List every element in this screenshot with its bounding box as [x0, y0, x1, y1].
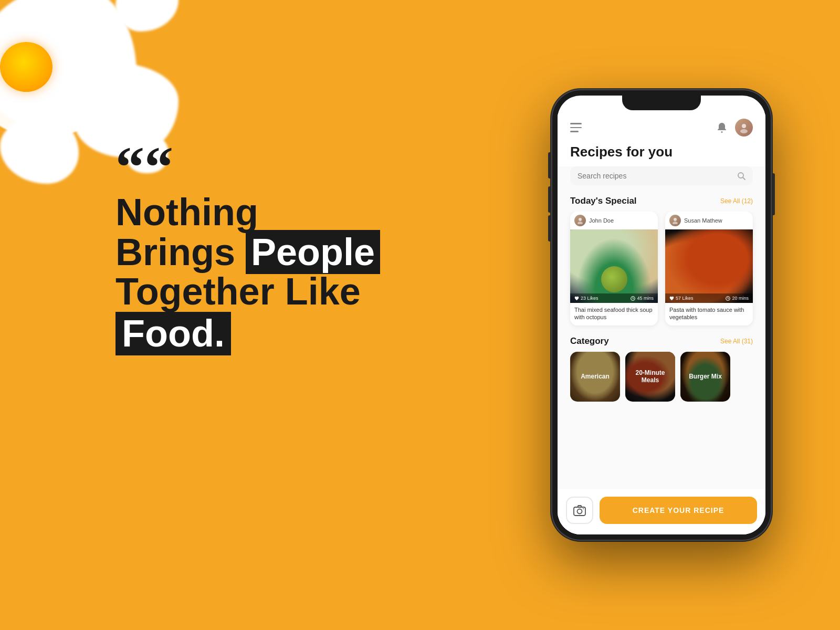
- author-row-2: Susan Mathew: [665, 212, 753, 229]
- topbar-right: [715, 119, 753, 136]
- category-title: Category: [570, 336, 609, 346]
- app-topbar: [558, 110, 765, 142]
- svg-point-17: [583, 508, 584, 509]
- category-header: Category See All (31): [558, 334, 765, 352]
- recipe-overlay-2: 57 Likes 20 mins: [665, 293, 753, 303]
- likes-stat-2: 57 Likes: [669, 296, 694, 301]
- author-avatar-1: [574, 215, 586, 226]
- likes-count-1: 23 Likes: [581, 296, 598, 301]
- recipe-overlay-1: 23 Likes 45 mins: [570, 293, 658, 303]
- todays-special-header: Today's Special See All (12): [558, 194, 765, 212]
- recipe-card-1[interactable]: John Doe 23 Likes: [570, 212, 658, 326]
- food-visual-2: [665, 229, 753, 303]
- time-stat-1: 45 mins: [631, 296, 654, 301]
- likes-stat-1: 23 Likes: [574, 296, 598, 301]
- recipe-card-2[interactable]: Susan Mathew 57 Likes: [665, 212, 753, 326]
- recipe-name-2: Pasta with tomato sauce with vegetables: [665, 303, 753, 326]
- see-all-category[interactable]: See All (31): [720, 338, 753, 345]
- author-name-1: John Doe: [589, 217, 614, 224]
- menu-button[interactable]: [570, 123, 582, 132]
- quote-line-2: Brings People: [116, 233, 388, 272]
- recipe-image-1: 23 Likes 45 mins: [570, 229, 658, 303]
- svg-point-10: [674, 218, 677, 221]
- brings-text: Brings: [116, 231, 235, 273]
- svg-line-9: [633, 298, 634, 299]
- recipes-row: John Doe 23 Likes: [558, 212, 765, 334]
- people-highlight: People: [246, 230, 380, 274]
- svg-point-11: [673, 222, 678, 224]
- svg-line-14: [728, 298, 729, 299]
- quote-line-4: Food.: [116, 312, 388, 356]
- category-card-burger[interactable]: Burger Mix: [680, 352, 730, 402]
- time-value-1: 45 mins: [637, 296, 654, 301]
- category-card-20min[interactable]: 20-Minute Meals: [625, 352, 675, 402]
- app-content: Recipes for you Today's Special See All …: [558, 110, 765, 534]
- quote-line-1: Nothing: [116, 193, 388, 233]
- category-label-20min: 20-Minute Meals: [625, 352, 675, 402]
- hamburger-line-3: [570, 131, 579, 132]
- author-avatar-2: [669, 215, 681, 226]
- quote-line-3: Together Like: [116, 272, 388, 312]
- hamburger-line-1: [570, 123, 582, 124]
- author-name-2: Susan Mathew: [684, 217, 722, 224]
- search-icon: [737, 172, 746, 180]
- left-section: ““ Nothing Brings People Together Like F…: [0, 0, 420, 630]
- todays-special-title: Today's Special: [570, 196, 637, 206]
- quote-marks: ““: [116, 147, 388, 187]
- see-all-special[interactable]: See All (12): [720, 197, 753, 205]
- likes-count-2: 57 Likes: [676, 296, 694, 301]
- app-bottom-bar: CREATE YOUR RECIPE: [558, 489, 765, 534]
- svg-line-4: [743, 177, 745, 180]
- svg-point-0: [721, 131, 723, 133]
- user-avatar[interactable]: [735, 119, 753, 136]
- search-input[interactable]: [578, 172, 732, 180]
- quote-section: ““ Nothing Brings People Together Like F…: [116, 147, 388, 355]
- recipe-image-2: 57 Likes 20 mins: [665, 229, 753, 303]
- category-card-american[interactable]: American: [570, 352, 620, 402]
- author-row-1: John Doe: [570, 212, 658, 229]
- category-label-american: American: [570, 352, 620, 402]
- phone-notch: [622, 96, 701, 110]
- time-stat-2: 20 mins: [726, 296, 749, 301]
- category-row: American 20-Minute Meals Burger Mix: [558, 352, 765, 410]
- search-bar[interactable]: [570, 166, 753, 185]
- page-title: Recipes for you: [558, 142, 765, 166]
- bell-icon[interactable]: [715, 121, 729, 134]
- phone-outer: Recipes for you Today's Special See All …: [551, 89, 772, 541]
- svg-point-6: [578, 222, 583, 224]
- time-value-2: 20 mins: [732, 296, 749, 301]
- create-recipe-button[interactable]: CREATE YOUR RECIPE: [600, 497, 757, 524]
- phone-section: Recipes for you Today's Special See All …: [514, 21, 808, 609]
- svg-point-16: [578, 509, 582, 514]
- hamburger-line-2: [570, 127, 582, 129]
- camera-icon: [573, 505, 586, 516]
- svg-point-2: [740, 129, 748, 133]
- food-highlight: Food.: [116, 312, 231, 356]
- svg-point-5: [579, 218, 582, 221]
- recipe-name-1: Thai mixed seafood thick soup with octop…: [570, 303, 658, 326]
- svg-point-1: [742, 124, 746, 128]
- egg-yolk: [0, 42, 52, 92]
- camera-button[interactable]: [566, 497, 593, 524]
- phone-screen: Recipes for you Today's Special See All …: [558, 96, 765, 534]
- category-label-burger: Burger Mix: [680, 352, 730, 402]
